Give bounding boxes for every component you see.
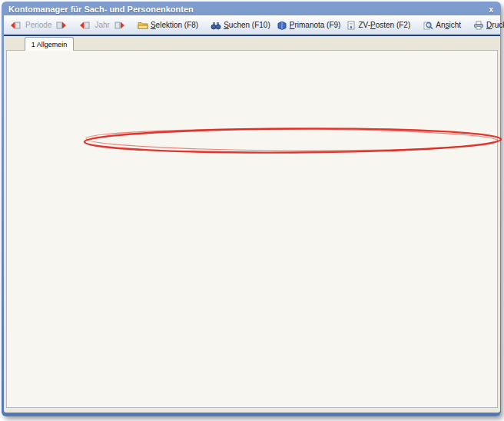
selektion-button-label: Selektion (F8) bbox=[151, 21, 198, 29]
binoculars-icon bbox=[211, 21, 221, 30]
periode-back-button[interactable] bbox=[7, 19, 24, 31]
ansicht-button[interactable]: Ansicht bbox=[419, 19, 464, 31]
folder-icon bbox=[138, 21, 148, 30]
zv-posten-button-label: ZV-Posten (F2) bbox=[358, 21, 410, 29]
document-icon bbox=[346, 21, 356, 30]
magnifier-icon bbox=[423, 21, 433, 30]
suchen-button-label: Suchen (F10) bbox=[224, 21, 270, 29]
primanota-button[interactable]: Primanota (F9) bbox=[274, 19, 344, 31]
close-button[interactable]: x bbox=[486, 5, 496, 14]
selektion-button[interactable]: Selektion (F8) bbox=[134, 19, 201, 31]
arrow-left-icon bbox=[10, 21, 21, 30]
jahr-label: Jahr bbox=[94, 21, 109, 29]
book-icon bbox=[277, 21, 287, 30]
window-title: Kontomanager für Sach- und Personenkonte… bbox=[8, 5, 194, 14]
jahr-forward-button[interactable] bbox=[111, 19, 128, 31]
drucken-button-label: Drucken bbox=[486, 21, 504, 29]
tab-allgemein[interactable]: 1 Allgemein bbox=[25, 37, 74, 51]
tab-page bbox=[6, 50, 498, 408]
periode-forward-button[interactable] bbox=[53, 19, 70, 31]
periode-label: Periode bbox=[25, 21, 51, 29]
suchen-button[interactable]: Suchen (F10) bbox=[207, 19, 274, 31]
toolbar: Periode Jahr Selektion (F8) Suchen (F10)… bbox=[4, 15, 500, 36]
arrow-right-icon bbox=[114, 21, 125, 30]
jahr-back-button[interactable] bbox=[76, 19, 93, 31]
title-bar: Kontomanager für Sach- und Personenkonte… bbox=[4, 3, 500, 15]
primanota-button-label: Primanota (F9) bbox=[290, 21, 341, 29]
tab-strip bbox=[4, 38, 500, 51]
arrow-left-icon bbox=[79, 21, 90, 30]
zv-posten-button[interactable]: ZV-Posten (F2) bbox=[343, 19, 413, 31]
drucken-button[interactable]: Drucken bbox=[470, 19, 504, 31]
ansicht-button-label: Ansicht bbox=[436, 21, 461, 29]
arrow-right-icon bbox=[56, 21, 67, 30]
printer-icon bbox=[473, 21, 484, 30]
